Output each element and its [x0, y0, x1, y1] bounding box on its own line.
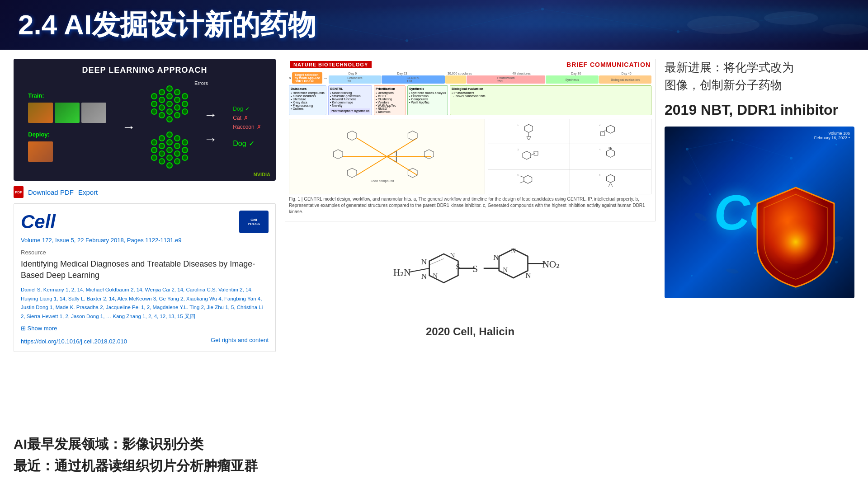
deploy-output-dog: Dog — [233, 140, 246, 148]
day-30: Day 30 — [571, 72, 581, 75]
svg-line-45 — [520, 176, 524, 178]
deploy-dog-img — [28, 141, 53, 162]
svg-text:H₂N: H₂N — [393, 267, 411, 278]
train-outputs: Dog ✓ Cat ✗ Raccoon ✗ — [233, 106, 261, 130]
ip-label: • IP assessment — [452, 91, 650, 94]
mol-grid: 1 2 — [488, 119, 651, 194]
prio-item-1: • Descriptors — [376, 91, 404, 94]
cell-resource-label: Resource — [21, 249, 269, 256]
halicin-title: 2020 Cell, Halicin — [426, 325, 514, 338]
page-title: 2.4 AI发掘设计新的药物 — [18, 6, 316, 44]
mol-cell-3: 3 — [488, 144, 570, 169]
nn-layer-5 — [182, 93, 188, 115]
svg-text:S: S — [456, 263, 460, 271]
gentrl-item-5: • Novelty — [330, 104, 370, 107]
nn-layer-d4 — [174, 135, 180, 164]
timeline-bar: Day 9 Day 23 30,000 structures 40 struct… — [329, 72, 651, 84]
svg-text:N: N — [503, 266, 508, 273]
nn-node — [166, 131, 173, 138]
svg-text:N: N — [421, 258, 427, 266]
nn-layer-1 — [151, 93, 157, 115]
mol-struct-3: 3 — [516, 147, 541, 165]
mol-5 — [333, 150, 343, 159]
nn-node — [182, 147, 188, 153]
day-23: Day 23 — [397, 72, 407, 75]
arrow-to-output-deploy: → — [204, 131, 217, 147]
prio-item-6: • RMSD — [376, 107, 404, 110]
svg-marker-23 — [347, 168, 357, 178]
nn-node — [159, 143, 165, 149]
x-icon: ✗ — [244, 115, 248, 121]
shield-icon — [750, 185, 841, 289]
prio-item-2: • MCFs — [376, 94, 404, 98]
mol-2 — [408, 131, 417, 141]
svg-text:5: 5 — [518, 174, 519, 176]
day-labels: Day 9 Day 23 30,000 structures 40 struct… — [329, 72, 651, 75]
bio-detail: Biological evaluation • IP assessment → … — [450, 85, 651, 115]
svg-point-12 — [764, 11, 818, 25]
workflow-timeline: Databases7d GENTRL12d Prioritization25d … — [329, 75, 651, 84]
halicin-section: H₂N N N S S — [285, 226, 656, 343]
nn-node — [151, 93, 157, 99]
nn-node — [166, 162, 173, 169]
cell-logo-text: Cell — [21, 211, 56, 233]
svg-point-73 — [835, 144, 837, 145]
svg-point-9 — [541, 8, 544, 10]
prio-item-7: • Tanimoto — [376, 110, 404, 113]
svg-line-16 — [387, 138, 417, 156]
fig-caption: Fig. 1 | GENTRL model design, workflow, … — [285, 196, 655, 217]
nn-node — [174, 104, 180, 111]
novel-hits-label: → Novel nanomolar hits — [452, 94, 650, 98]
prio-title: Prioritization — [376, 87, 404, 90]
svg-point-13 — [823, 24, 868, 35]
svg-point-86 — [726, 267, 739, 274]
show-more-button[interactable]: ⊞ Show more — [21, 325, 269, 332]
train-label: Train: — [28, 92, 106, 99]
bio-eval-bar: Biological evaluation — [599, 75, 651, 84]
cell-cover-image: Cell — [665, 127, 854, 298]
svg-text:N: N — [433, 272, 438, 279]
svg-text:S: S — [472, 263, 478, 274]
right-column: 最新进展：将化学式改为 图像，创制新分子药物 2019 NBT, DDR1 in… — [665, 59, 854, 479]
svg-line-81 — [687, 149, 710, 194]
nn-node — [159, 112, 165, 118]
svg-marker-26 — [425, 150, 434, 159]
nn-node — [151, 101, 157, 107]
svg-marker-44 — [524, 175, 532, 183]
db-item-2: • Kinase inhibitors — [291, 94, 325, 98]
export-link[interactable]: Export — [78, 188, 98, 196]
download-pdf-link[interactable]: Download PDF — [28, 188, 74, 196]
arrow-to-output-train: → — [204, 107, 217, 122]
halicin-structures: H₂N N N S S — [362, 235, 579, 321]
mol-1 — [347, 131, 357, 141]
nn-node — [159, 135, 165, 141]
nn-layer-2 — [159, 89, 165, 118]
nn-node — [159, 97, 165, 103]
cell-doi[interactable]: https://doi.org/10.1016/j.cell.2018.02.0… — [21, 338, 127, 345]
40-structures: 40 structures — [512, 72, 530, 75]
gentrl-detail: GENTRL • Model training • Structure gene… — [328, 85, 372, 115]
nn-node — [182, 108, 188, 115]
svg-text:4: 4 — [599, 149, 600, 151]
cell-paper-title: Identifying Medical Diagnoses and Treata… — [21, 258, 269, 281]
get-rights-link[interactable]: Get rights and content — [211, 337, 269, 343]
train-nature-img — [55, 103, 80, 123]
mol-struct-6: 6 — [598, 173, 623, 191]
svg-line-79 — [687, 140, 732, 149]
mol-cell-1: 1 — [488, 119, 570, 144]
synth-item-1: • Synthetic routes analysis — [409, 91, 446, 94]
nn-node — [182, 101, 188, 107]
svg-line-15 — [357, 138, 387, 156]
nn-node — [182, 93, 188, 99]
header-banner: 2.4 AI发掘设计新的药物 — [0, 0, 868, 50]
nn-node — [166, 139, 173, 145]
svg-marker-30 — [527, 136, 531, 139]
nature-paper-section: NATURE BIOTECHNOLOGY BRIEF COMMUNICATION… — [285, 59, 656, 221]
cell-volume-info: Volume 186 — [814, 131, 850, 136]
nn-layer-d5 — [182, 139, 188, 161]
prio-item-5: • Wolfi AppTec — [376, 104, 404, 107]
svg-point-88 — [681, 175, 693, 186]
svg-text:N: N — [421, 272, 427, 281]
gentrl-item-2: • Structure generation — [330, 94, 370, 98]
deploy-check-icon: ✓ — [249, 139, 255, 148]
